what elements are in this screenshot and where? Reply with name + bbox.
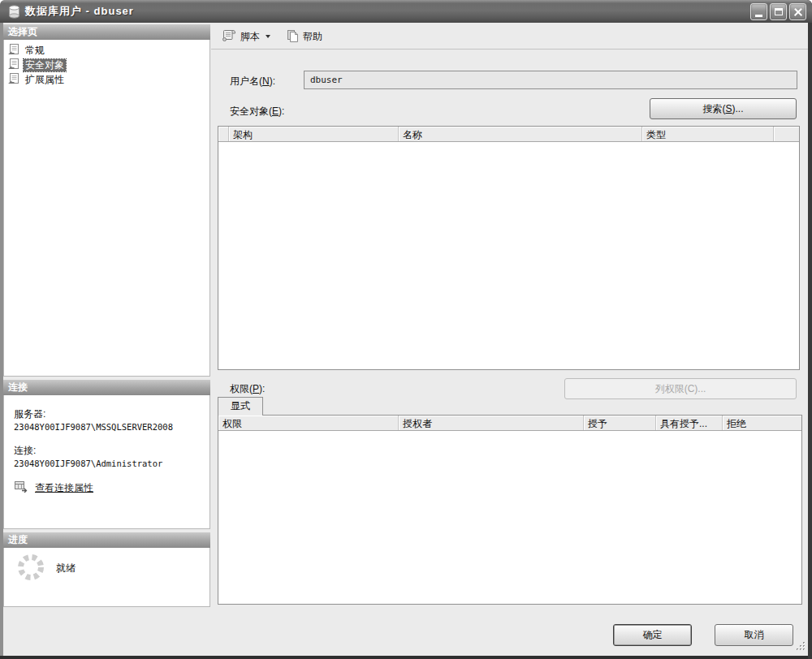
resize-grip-icon[interactable]	[796, 641, 806, 654]
column-header-grantor[interactable]: 授权者	[399, 416, 584, 430]
maximize-icon	[775, 8, 783, 15]
help-button[interactable]: 帮助	[283, 27, 326, 47]
connection-panel: 服务器: 23048Y00IJF9087\MSSQLSERVER2008 连接:…	[3, 395, 210, 529]
filler-column-header	[774, 127, 799, 141]
column-header-permission[interactable]: 权限	[218, 416, 399, 430]
permissions-table: 权限 授权者 授予 具有授予... 拒绝	[218, 415, 802, 605]
progress-spinner-icon	[15, 552, 46, 585]
permissions-label: 权限(P):	[230, 382, 265, 396]
close-button[interactable]	[789, 3, 806, 20]
view-connection-properties-link[interactable]: 查看连接属性	[35, 481, 93, 495]
close-icon	[793, 7, 803, 17]
securables-label: 安全对象(E):	[230, 105, 284, 118]
cancel-button[interactable]: 取消	[715, 624, 793, 646]
ok-button[interactable]: 确定	[613, 624, 692, 646]
toolbar: 脚本 帮助	[211, 24, 808, 50]
permissions-table-header: 权限 授权者 授予 具有授予... 拒绝	[218, 416, 801, 431]
database-icon	[8, 5, 20, 19]
script-icon	[222, 29, 236, 44]
database-user-dialog: 数据库用户 - dbuser 选择页 常规 安全对象 扩展属性	[0, 0, 812, 659]
minimize-button[interactable]	[750, 3, 767, 20]
progress-header: 进度	[3, 532, 210, 548]
help-icon	[287, 29, 299, 45]
connection-properties-icon	[14, 480, 28, 495]
selector-column-header[interactable]	[218, 127, 229, 141]
script-button-label: 脚本	[240, 30, 260, 44]
sidebar-item-general[interactable]: 常规	[4, 43, 209, 58]
securables-table-body	[218, 142, 799, 369]
page-icon	[7, 73, 19, 87]
username-label: 用户名(N):	[230, 75, 275, 88]
server-value: 23048Y00IJF9087\MSSQLSERVER2008	[14, 422, 203, 432]
page-icon	[7, 58, 19, 72]
sidebar-item-label: 扩展属性	[24, 74, 66, 86]
help-button-label: 帮助	[303, 30, 322, 44]
column-header-type[interactable]: 类型	[642, 127, 774, 141]
maximize-button[interactable]	[770, 3, 787, 20]
caption-buttons	[750, 3, 806, 20]
securables-table: 架构 名称 类型	[218, 126, 800, 370]
column-header-deny[interactable]: 拒绝	[723, 416, 801, 430]
progress-panel: 就绪	[3, 548, 210, 607]
minimize-icon	[755, 15, 762, 17]
server-label: 服务器:	[14, 407, 203, 421]
sidebar-item-label: 安全对象	[24, 59, 66, 71]
select-page-header: 选择页	[3, 24, 210, 40]
tab-explicit[interactable]: 显式	[218, 397, 263, 416]
securables-table-header: 架构 名称 类型	[218, 127, 799, 142]
sidebar-item-securables[interactable]: 安全对象	[4, 58, 209, 72]
script-button[interactable]: 脚本	[218, 27, 274, 46]
column-header-schema[interactable]: 架构	[229, 127, 399, 141]
connection-label: 连接:	[14, 444, 203, 458]
column-header-grant[interactable]: 授予	[584, 416, 656, 430]
search-button[interactable]: 搜索(S)...	[650, 98, 797, 119]
column-permissions-button: 列权限(C)...	[564, 378, 797, 399]
permissions-table-body	[218, 431, 801, 604]
chevron-down-icon	[266, 35, 270, 38]
sidebar-item-extended-properties[interactable]: 扩展属性	[4, 72, 209, 87]
page-icon	[7, 44, 19, 58]
column-header-with-grant[interactable]: 具有授予...	[656, 416, 723, 430]
column-header-name[interactable]: 名称	[399, 127, 642, 141]
titlebar: 数据库用户 - dbuser	[0, 0, 812, 23]
select-page-list: 常规 安全对象 扩展属性	[3, 40, 210, 377]
connection-header: 连接	[3, 380, 210, 395]
window-title: 数据库用户 - dbuser	[25, 4, 134, 19]
progress-status: 就绪	[56, 562, 76, 575]
username-input[interactable]	[304, 71, 797, 89]
connection-value: 23048Y00IJF9087\Administrator	[14, 459, 203, 468]
sidebar-item-label: 常规	[24, 45, 46, 57]
